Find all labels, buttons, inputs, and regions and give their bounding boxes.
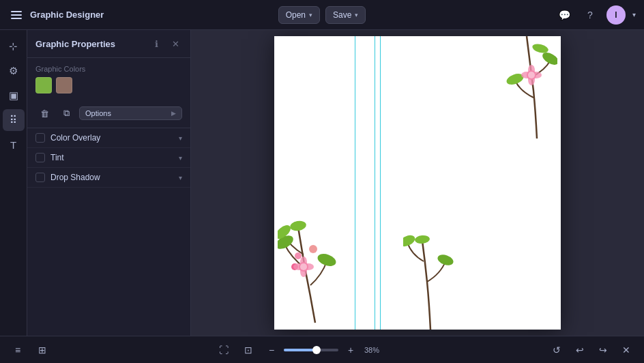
zoom-percent-label: 38% <box>364 346 385 354</box>
panel-header: Graphic Properties ℹ ✕ <box>27 30 190 58</box>
floral-top-right <box>496 36 557 159</box>
effect-color-overlay: Color Overlay ▾ <box>27 128 190 148</box>
duplicate-icon[interactable]: ⧉ <box>57 104 75 122</box>
drop-shadow-checkbox[interactable] <box>35 173 45 182</box>
crop-icon[interactable]: ⊡ <box>239 340 258 360</box>
effects-toolbar: 🗑 ⧉ Options ▶ <box>27 100 190 128</box>
zoom-controls: − + <box>263 342 359 358</box>
zoom-slider-track <box>284 349 317 351</box>
drop-shadow-expand-icon[interactable]: ▾ <box>179 174 182 182</box>
svg-point-5 <box>295 252 302 259</box>
color-overlay-expand-icon[interactable]: ▾ <box>179 134 182 142</box>
bottom-left-tools: ≡ ⊞ <box>8 340 52 360</box>
zoom-out-button[interactable]: − <box>263 342 280 358</box>
undo-icon[interactable]: ↩ <box>570 340 589 360</box>
delete-icon[interactable]: 🗑 <box>35 104 53 122</box>
guide-line-1 <box>355 36 355 330</box>
svg-point-23 <box>403 233 417 249</box>
rail-text-icon[interactable]: T <box>3 134 25 156</box>
main-layout: ⊹ ⚙ ▣ ⠿ T Graphic Properties ℹ ✕ Graphic… <box>0 30 644 336</box>
colors-section-label: Graphic Colors <box>27 58 190 77</box>
options-button[interactable]: Options ▶ <box>79 106 182 120</box>
svg-point-6 <box>309 245 317 253</box>
color-swatches <box>27 77 190 100</box>
avatar-chevron-icon[interactable]: ▾ <box>632 11 636 18</box>
rail-adjust-icon[interactable]: ⚙ <box>3 60 25 82</box>
zoom-slider[interactable] <box>284 349 338 351</box>
save-button[interactable]: Save ▾ <box>325 6 366 24</box>
fullscreen-icon[interactable]: ⛶ <box>214 340 233 360</box>
tint-expand-icon[interactable]: ▾ <box>179 154 182 162</box>
effect-drop-shadow: Drop Shadow ▾ <box>27 168 190 188</box>
svg-point-21 <box>528 72 535 78</box>
refresh-icon[interactable]: ↺ <box>547 340 566 360</box>
grid-view-icon[interactable]: ⊞ <box>33 340 52 360</box>
swatch-brown[interactable] <box>56 77 72 93</box>
rail-frame-icon[interactable]: ▣ <box>3 85 25 106</box>
chat-icon[interactable]: 💬 <box>555 5 574 25</box>
redo-icon[interactable]: ↪ <box>594 340 613 360</box>
rail-grid-icon[interactable]: ⠿ <box>3 109 25 131</box>
topbar-center: Open ▾ Save ▾ <box>278 6 366 24</box>
tint-label: Tint <box>50 153 173 162</box>
panel-header-actions: ℹ ✕ <box>149 37 182 50</box>
avatar[interactable]: I <box>606 5 626 25</box>
rail-select-icon[interactable]: ⊹ <box>3 35 25 57</box>
close-icon[interactable]: ✕ <box>617 340 636 360</box>
topbar-left: Graphic Designer <box>8 8 278 22</box>
layers-icon[interactable]: ≡ <box>8 340 27 360</box>
guide-line-3 <box>380 36 381 330</box>
topbar: Graphic Designer Open ▾ Save ▾ 💬 ? I ▾ <box>0 0 644 30</box>
canvas-area[interactable] <box>191 30 644 336</box>
svg-point-3 <box>289 220 307 232</box>
properties-panel: Graphic Properties ℹ ✕ Graphic Colors 🗑 … <box>27 30 191 336</box>
topbar-right: 💬 ? I ▾ <box>366 5 636 25</box>
svg-point-24 <box>415 235 430 244</box>
color-overlay-label: Color Overlay <box>50 133 173 143</box>
app-title: Graphic Designer <box>30 10 104 20</box>
color-overlay-checkbox[interactable] <box>35 133 45 143</box>
help-icon[interactable]: ? <box>581 5 600 25</box>
swatch-green[interactable] <box>35 77 52 93</box>
effect-tint: Tint ▾ <box>27 148 190 168</box>
panel-title: Graphic Properties <box>35 39 115 49</box>
drop-shadow-label: Drop Shadow <box>50 173 173 182</box>
zoom-in-button[interactable]: + <box>342 342 359 358</box>
svg-point-22 <box>436 252 454 267</box>
options-chevron-icon: ▶ <box>171 110 176 117</box>
open-button[interactable]: Open ▾ <box>278 6 320 24</box>
bottom-center-tools: ⛶ ⊡ − + 38% <box>59 340 540 360</box>
bottom-right-tools: ↺ ↩ ↪ ✕ <box>547 340 636 360</box>
panel-close-icon[interactable]: ✕ <box>169 37 182 50</box>
open-chevron-icon: ▾ <box>309 12 312 18</box>
icon-rail: ⊹ ⚙ ▣ ⠿ T <box>0 30 27 336</box>
svg-point-12 <box>300 263 307 270</box>
floral-bottom-left <box>278 193 353 330</box>
bottom-toolbar: ≡ ⊞ ⛶ ⊡ − + 38% ↺ ↩ ↪ ✕ <box>0 336 644 363</box>
tint-checkbox[interactable] <box>35 153 45 162</box>
panel-info-icon[interactable]: ℹ <box>149 37 163 50</box>
svg-point-1 <box>316 252 338 269</box>
floral-bottom-center <box>403 214 458 330</box>
zoom-slider-handle[interactable] <box>312 346 321 354</box>
canvas-document <box>274 36 561 330</box>
guide-line-2 <box>375 36 375 330</box>
save-chevron-icon: ▾ <box>355 12 358 18</box>
menu-icon[interactable] <box>8 8 25 22</box>
